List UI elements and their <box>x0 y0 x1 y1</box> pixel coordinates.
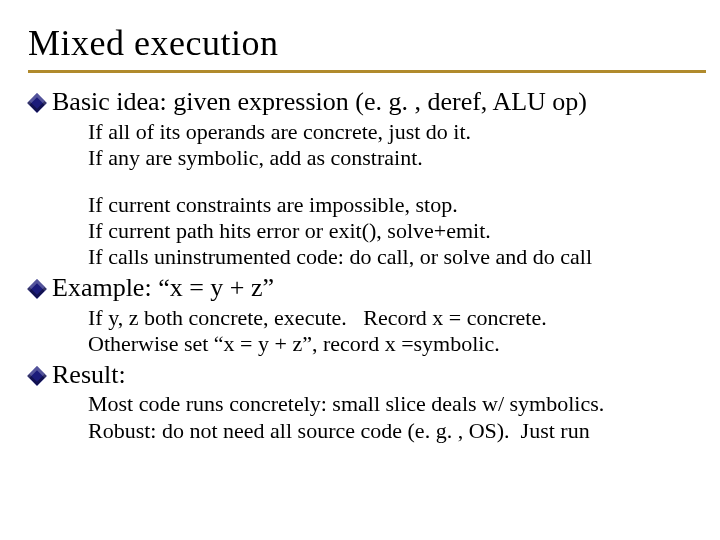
diamond-bullet-icon <box>27 279 47 299</box>
bullet-sub: If y, z both concrete, execute. Record x… <box>88 305 716 331</box>
bullet-row: Basic idea: given expression (e. g. , de… <box>30 87 720 117</box>
bullet-sub: If current path hits error or exit(), so… <box>88 218 716 244</box>
diamond-bullet-icon <box>27 366 47 386</box>
spacer <box>28 172 720 192</box>
slide: Mixed execution Basic idea: given expres… <box>0 0 720 540</box>
bullet-head: Example: “x = y + z” <box>52 273 274 303</box>
bullet-sub: If current constraints are impossible, s… <box>88 192 716 218</box>
bullet-row: Result: <box>30 360 720 390</box>
diamond-bullet-icon <box>27 93 47 113</box>
title-underline <box>28 70 706 73</box>
bullet-row: Example: “x = y + z” <box>30 273 720 303</box>
bullet-head: Basic idea: given expression (e. g. , de… <box>52 87 587 117</box>
bullet-sub: If calls uninstrumented code: do call, o… <box>88 244 716 270</box>
slide-title: Mixed execution <box>28 22 720 64</box>
bullet-sub: Most code runs concretely: small slice d… <box>88 391 716 417</box>
bullet-sub: Robust: do not need all source code (e. … <box>88 418 716 444</box>
bullet-sub: Otherwise set “x = y + z”, record x =sym… <box>88 331 716 357</box>
bullet-head: Result: <box>52 360 126 390</box>
bullet-sub: If all of its operands are concrete, jus… <box>88 119 716 145</box>
bullet-sub: If any are symbolic, add as constraint. <box>88 145 716 171</box>
